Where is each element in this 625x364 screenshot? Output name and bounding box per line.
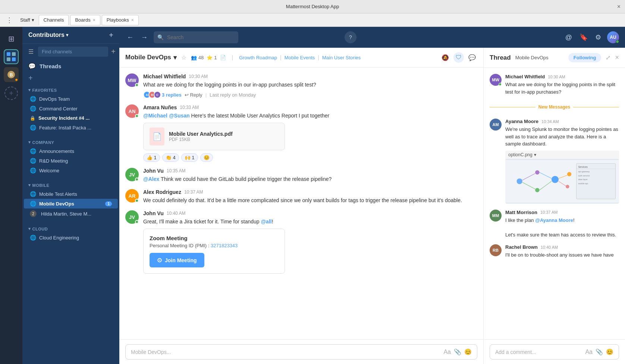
channel-star-button[interactable]: ☆ (181, 54, 186, 61)
tab-boards-close-icon[interactable]: × (93, 18, 95, 23)
tab-playbooks-close-icon[interactable]: × (131, 18, 134, 23)
link-growth-roadmap[interactable]: Growth Roadmap (239, 55, 277, 60)
tab-playbooks[interactable]: Playbooks × (102, 15, 139, 25)
section-company-header[interactable]: ▾ COMPANY (22, 138, 119, 146)
sidebar-item-mobile-devops[interactable]: 🌐 Mobile DevOps 1 (24, 199, 118, 208)
at-button[interactable]: @ (564, 32, 574, 43)
thread-attachment-icon[interactable]: 📎 (596, 348, 603, 355)
thread-close-button[interactable]: × (615, 54, 619, 62)
thread-list-button[interactable]: 💬 (467, 53, 477, 63)
staff-button[interactable]: Staff ▾ (17, 16, 37, 24)
section-cloud-label: CLOUD (32, 227, 48, 231)
mute-button[interactable]: 🔕 (440, 53, 450, 63)
workspace-name[interactable]: Contributors ▾ (28, 32, 68, 38)
sidebar-filter-button[interactable]: ☰ (27, 47, 35, 57)
message-input[interactable] (131, 349, 440, 355)
thread-msg-text: What are we doing for the logging points… (505, 81, 619, 95)
message-author: John Vu (143, 210, 164, 216)
new-messages-label: New Messages (538, 104, 570, 110)
back-button[interactable]: ← (125, 32, 135, 43)
sidebar-item-welcome[interactable]: 🌐 Welcome (24, 166, 118, 175)
sidebar-channel-add-button[interactable]: + (111, 47, 116, 56)
reaction-thumbsup[interactable]: 👍 1 (143, 153, 160, 162)
add-channels-button[interactable]: + (22, 73, 119, 83)
workspace-icon-1[interactable] (4, 49, 19, 64)
reply-count: 3 replies (162, 92, 182, 98)
reply-time: Last reply on Monday (210, 92, 256, 98)
tab-boards[interactable]: Boards × (70, 15, 100, 25)
tab-channels[interactable]: Channels (39, 15, 69, 25)
lock-icon: 🔒 (30, 116, 35, 121)
following-button[interactable]: Following (568, 53, 602, 62)
section-cloud-header[interactable]: ▾ CLOUD (22, 225, 119, 233)
dm-count-icon: 2 (30, 210, 37, 217)
online-dot (135, 220, 139, 224)
zoom-link[interactable]: 3271823343 (211, 243, 238, 248)
settings-button[interactable]: ⚙ (594, 32, 603, 43)
add-workspace-button[interactable]: + (4, 87, 18, 100)
thread-avatar: AM (490, 119, 502, 131)
threads-icon: 💬 (28, 63, 36, 70)
bookmark-button[interactable]: 🔖 (578, 32, 589, 43)
message-input-area: Aa 📎 😊 (119, 339, 483, 364)
sidebar-add-button[interactable]: + (109, 31, 113, 39)
list-item: MM Matt Morrison 10:37 AM I like the pla… (490, 210, 619, 239)
shield-button[interactable]: 🛡 (453, 52, 464, 63)
thread-comment-field[interactable] (495, 349, 582, 355)
help-button[interactable]: ? (345, 31, 357, 43)
thread-text-format-icon[interactable]: Aa (585, 349, 593, 355)
sidebar-item-cloud-engineering[interactable]: 🌐 Cloud Engineering (24, 233, 118, 242)
message-text: @Alex Think we could have the GitLab bui… (143, 175, 477, 183)
expand-button[interactable]: ⤢ (606, 54, 610, 61)
message-time: 10:35 AM (167, 168, 186, 173)
stars-count: ⭐ 1 (207, 55, 217, 60)
menu-dots-icon[interactable]: ⋮ (3, 16, 16, 24)
table-row: JV John Vu 10:35 AM @Alex Think we could… (125, 168, 477, 183)
thread-emoji-icon[interactable]: 😊 (606, 348, 613, 355)
reply-avatars: A B C (143, 91, 159, 98)
reaction-smile[interactable]: 😊 (200, 153, 213, 162)
sidebar-item-feature-install[interactable]: 🌐 Feature: Install Packa ... (24, 123, 118, 132)
close-icon[interactable]: × (617, 3, 621, 10)
text-format-icon[interactable]: Aa (443, 349, 451, 355)
sidebar-item-rd-meeting[interactable]: 🌐 R&D Meeting (24, 156, 118, 166)
reactions: 👍 1 👏 4 🙌 1 😊 (143, 153, 477, 162)
thread-msg-text: We're using Splunk to monitor the loggin… (505, 126, 619, 148)
online-dot (135, 83, 139, 87)
section-favorites-header[interactable]: ▾ FAVORITES (22, 86, 119, 94)
svg-text:Services: Services (578, 165, 588, 168)
globe-icon: 🌐 (30, 201, 36, 207)
attachment-icon[interactable]: 📎 (454, 348, 461, 355)
message-content: John Vu 10:40 AM Great, I'll make a Jira… (143, 210, 477, 274)
channel-name[interactable]: Mobile DevOps ▾ (125, 54, 177, 62)
apps-grid-icon[interactable]: ⊞ (5, 31, 18, 46)
sidebar-item-threads[interactable]: 💬 Threads (22, 60, 119, 73)
section-company: ▾ COMPANY 🌐 Announcements 🌐 R&D Meeting … (22, 135, 119, 178)
sidebar-item-devops-team[interactable]: 🌐 DevOps Team (24, 94, 118, 104)
globe-icon: 🌐 (30, 167, 36, 173)
section-mobile-header[interactable]: ▾ MOBILE (22, 181, 119, 189)
sidebar-item-announcements[interactable]: 🌐 Announcements (24, 146, 118, 156)
sidebar-item-mobile-test-alerts[interactable]: 🌐 Mobile Test Alerts (24, 189, 118, 199)
emoji-icon[interactable]: 😊 (464, 348, 472, 355)
header-links: Growth Roadmap | Mobile Events | Main Us… (239, 54, 361, 60)
reaction-clap[interactable]: 👏 4 (162, 153, 179, 162)
sidebar-item-dm-hilda[interactable]: 2 Hilda Martin, Steve M... (24, 208, 118, 219)
list-item: AM Ayanna Moore 10:34 AM We're using Spl… (490, 119, 619, 204)
thread-msg-author: Ayanna Moore (505, 119, 538, 124)
forward-button[interactable]: → (139, 32, 149, 43)
sidebar-item-security-incident[interactable]: 🔒 Security Incident #4 ... (24, 113, 118, 123)
thread-messages: MW Michael Whitfield 10:30 AM What are w… (484, 68, 625, 339)
avatar[interactable]: AU (607, 31, 619, 43)
workspace-icon-2[interactable]: B (4, 67, 19, 82)
link-main-user-stories[interactable]: Main User Stories (322, 55, 361, 60)
reply-bar[interactable]: A B C 3 replies ↩ Reply | Last reply on … (143, 91, 477, 98)
tab-channels-label: Channels (44, 17, 64, 23)
channel-label: DevOps Team (39, 96, 70, 102)
search-input[interactable] (154, 31, 238, 43)
join-meeting-button[interactable]: ⊙ Join Meeting (150, 253, 204, 267)
link-mobile-events[interactable]: Mobile Events (285, 55, 315, 60)
sidebar-search-input[interactable] (38, 47, 108, 57)
sidebar-item-command-center[interactable]: 🌐 Command Center (24, 104, 118, 113)
reaction-raised-hands[interactable]: 🙌 1 (181, 153, 198, 162)
